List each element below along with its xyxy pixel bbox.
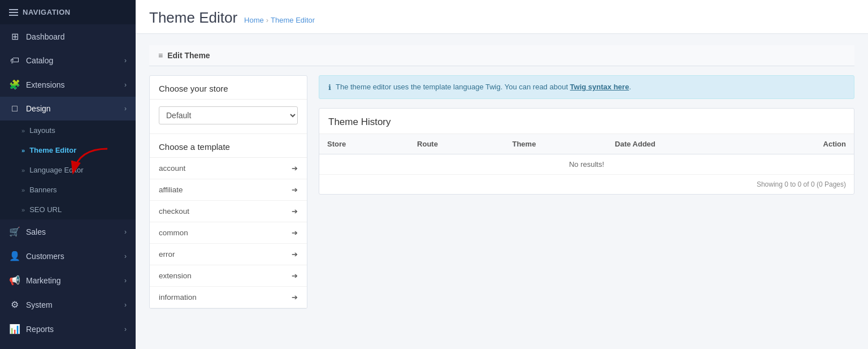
right-panel: ℹ The theme editor uses the template lan… bbox=[319, 75, 854, 195]
sidebar-item-customers[interactable]: 👤 Customers › bbox=[0, 244, 136, 268]
content-area: Choose your store Default Choose a templ… bbox=[149, 75, 854, 309]
template-item-extension[interactable]: extension ➔ bbox=[150, 265, 307, 287]
sidebar-item-reports[interactable]: 📊 Reports › bbox=[0, 317, 136, 341]
sidebar-title: NAVIGATION bbox=[23, 8, 71, 16]
template-label: account bbox=[159, 164, 185, 173]
sidebar-item-language-editor[interactable]: Language Editor bbox=[0, 160, 136, 180]
subnav-label: Language Editor bbox=[29, 166, 83, 174]
sidebar-item-system[interactable]: ⚙ System › bbox=[0, 292, 136, 317]
template-label: information bbox=[159, 293, 197, 301]
col-store: Store bbox=[319, 134, 409, 154]
subnav-label: Theme Editor bbox=[29, 146, 76, 154]
chevron-right-icon: › bbox=[124, 277, 127, 285]
twig-syntax-link[interactable]: Twig syntax here bbox=[570, 83, 630, 91]
page-title: Theme Editor bbox=[149, 9, 237, 27]
subnav-label: Banners bbox=[29, 186, 57, 194]
design-subnav: Layouts Theme Editor Language Editor Ban… bbox=[0, 120, 136, 219]
history-table-header-row: Store Route Theme Date Added Action bbox=[319, 134, 854, 154]
subnav-label: Layouts bbox=[29, 126, 55, 135]
sidebar-item-marketing[interactable]: 📢 Marketing › bbox=[0, 268, 136, 292]
theme-history-title: Theme History bbox=[319, 109, 854, 134]
sidebar-item-label: Reports bbox=[26, 325, 54, 334]
sidebar: NAVIGATION ⊞ Dashboard 🏷 Catalog › 🧩 Ext… bbox=[0, 0, 136, 349]
chevron-right-icon: › bbox=[124, 228, 127, 236]
store-section-title: Choose your store bbox=[150, 76, 307, 100]
col-route: Route bbox=[409, 134, 504, 154]
sidebar-item-label: Dashboard bbox=[26, 32, 65, 41]
col-action: Action bbox=[753, 134, 854, 154]
sidebar-item-label: Customers bbox=[26, 252, 64, 261]
sidebar-item-layouts[interactable]: Layouts bbox=[0, 120, 136, 140]
catalog-icon: 🏷 bbox=[9, 55, 20, 66]
template-item-checkout[interactable]: checkout ➔ bbox=[150, 201, 307, 222]
sidebar-item-label: System bbox=[26, 300, 53, 309]
arrow-right-icon: ➔ bbox=[292, 207, 298, 216]
info-text-after: . bbox=[629, 83, 631, 91]
breadcrumb-separator: › bbox=[266, 16, 268, 24]
sidebar-item-label: Marketing bbox=[26, 276, 60, 285]
chevron-right-icon: › bbox=[124, 252, 127, 260]
design-icon: □ bbox=[9, 104, 20, 114]
template-section-title: Choose a template bbox=[150, 134, 307, 157]
breadcrumb-current: Theme Editor bbox=[271, 16, 315, 24]
arrow-right-icon: ➔ bbox=[292, 229, 298, 237]
info-text: The theme editor uses the template langu… bbox=[336, 83, 631, 91]
extensions-icon: 🧩 bbox=[9, 79, 20, 90]
template-item-common[interactable]: common ➔ bbox=[150, 222, 307, 244]
template-item-information[interactable]: information ➔ bbox=[150, 287, 307, 308]
sidebar-item-catalog[interactable]: 🏷 Catalog › bbox=[0, 49, 136, 72]
sidebar-item-label: Catalog bbox=[26, 56, 53, 65]
chevron-right-icon: › bbox=[124, 105, 127, 113]
customers-icon: 👤 bbox=[9, 251, 20, 261]
pagination-info: Showing 0 to 0 of 0 (0 Pages) bbox=[319, 175, 854, 194]
col-theme: Theme bbox=[504, 134, 607, 154]
breadcrumb-home[interactable]: Home bbox=[244, 16, 264, 24]
sidebar-item-seo-url[interactable]: SEO URL bbox=[0, 200, 136, 219]
left-panel: Choose your store Default Choose a templ… bbox=[149, 75, 307, 309]
info-box: ℹ The theme editor uses the template lan… bbox=[319, 75, 854, 99]
table-row-no-results: No results! bbox=[319, 154, 854, 175]
template-label: affiliate bbox=[159, 186, 183, 194]
sidebar-item-extensions[interactable]: 🧩 Extensions › bbox=[0, 72, 136, 97]
sidebar-item-banners[interactable]: Banners bbox=[0, 180, 136, 200]
sidebar-item-sales[interactable]: 🛒 Sales › bbox=[0, 219, 136, 244]
hamburger-icon[interactable] bbox=[9, 9, 18, 16]
col-date-added: Date Added bbox=[607, 134, 753, 154]
sales-icon: 🛒 bbox=[9, 226, 20, 237]
template-label: common bbox=[159, 229, 188, 237]
arrow-right-icon: ➔ bbox=[292, 250, 298, 258]
history-table-head: Store Route Theme Date Added Action bbox=[319, 134, 854, 154]
template-item-account[interactable]: account ➔ bbox=[150, 158, 307, 179]
template-item-affiliate[interactable]: affiliate ➔ bbox=[150, 179, 307, 201]
arrow-right-icon: ➔ bbox=[292, 293, 298, 301]
arrow-right-icon: ➔ bbox=[292, 186, 298, 194]
info-text-before: The theme editor uses the template langu… bbox=[336, 83, 570, 91]
arrow-right-icon: ➔ bbox=[292, 164, 298, 173]
chevron-right-icon: › bbox=[124, 57, 127, 64]
sidebar-item-label: Extensions bbox=[26, 80, 64, 89]
breadcrumb: Home › Theme Editor bbox=[244, 16, 315, 24]
system-icon: ⚙ bbox=[9, 299, 20, 310]
theme-history-card: Theme History Store Route Theme Date Add… bbox=[319, 108, 854, 195]
arrow-right-icon: ➔ bbox=[292, 272, 298, 280]
sidebar-item-dashboard[interactable]: ⊞ Dashboard bbox=[0, 24, 136, 49]
store-select-wrapper: Default bbox=[150, 100, 307, 134]
list-icon: ≡ bbox=[158, 51, 163, 60]
sidebar-item-label: Sales bbox=[26, 227, 46, 236]
reports-icon: 📊 bbox=[9, 324, 20, 334]
sidebar-item-design[interactable]: □ Design › bbox=[0, 97, 136, 120]
card-header-label: Edit Theme bbox=[167, 51, 210, 60]
template-list: account ➔ affiliate ➔ checkout ➔ common … bbox=[150, 157, 307, 308]
sidebar-item-label: Design bbox=[26, 104, 51, 113]
template-label: checkout bbox=[159, 207, 189, 216]
subnav-label: SEO URL bbox=[29, 205, 62, 214]
sidebar-item-theme-editor[interactable]: Theme Editor bbox=[0, 140, 136, 160]
template-item-error[interactable]: error ➔ bbox=[150, 244, 307, 265]
page-body: ≡ Edit Theme Choose your store Default C… bbox=[136, 34, 868, 349]
store-select[interactable]: Default bbox=[159, 106, 298, 124]
marketing-icon: 📢 bbox=[9, 275, 20, 286]
edit-theme-card-header: ≡ Edit Theme bbox=[149, 45, 854, 66]
page-header: Theme Editor Home › Theme Editor bbox=[136, 0, 868, 34]
template-label: error bbox=[159, 250, 175, 258]
info-icon: ℹ bbox=[328, 83, 331, 92]
